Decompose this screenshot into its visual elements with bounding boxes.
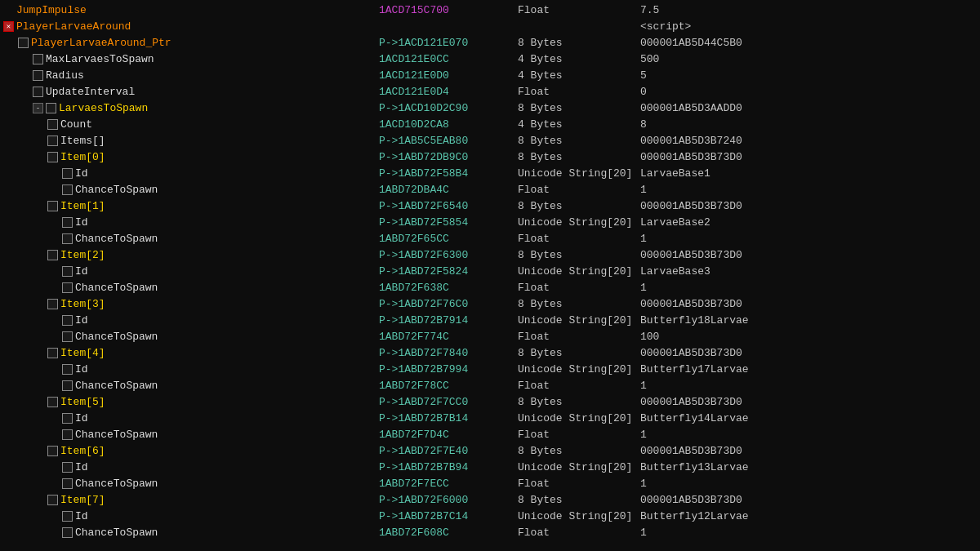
checkbox[interactable] [47,348,58,358]
entry-address: P->1ABD72F6000 [379,494,518,506]
entry-type: Float [518,184,640,196]
entry-address: P->1AB5C5EAB80 [379,135,518,147]
entry-type: Float [518,380,640,392]
entry-type: Float [518,4,640,16]
expand-button[interactable]: - [33,103,43,113]
entry-address: P->1ABD72F7CC0 [379,396,518,408]
list-item: Item[2]P->1ABD72F63008 Bytes000001AB5D3B… [0,247,980,263]
checkbox[interactable] [62,364,73,375]
checkbox[interactable] [62,315,73,326]
checkbox[interactable] [62,380,73,391]
entry-type: 8 Bytes [518,249,640,261]
checkbox[interactable] [33,87,43,97]
entry-type: Unicode String[20] [518,314,640,327]
entry-address: 1ABD72F638C [379,282,518,294]
entry-address: P->1ACD121E070 [379,37,518,49]
entry-address: 1ACD715C700 [379,4,518,16]
checkbox[interactable] [47,250,58,260]
checkbox[interactable] [62,331,73,342]
entry-address: 1ABD72F774C [379,331,518,343]
list-item: ChanceToSpawn1ABD72DBA4CFloat1 [0,181,980,198]
entry-name: ChanceToSpawn [75,478,158,490]
entry-value: 000001AB5D3B73D0 [640,200,885,212]
entry-type: 4 Bytes [518,69,640,82]
checkbox[interactable] [62,413,73,424]
checkbox[interactable] [62,527,73,538]
entry-address: P->1ABD72F6540 [379,200,518,212]
checkbox[interactable] [47,397,58,407]
entry-name: ChanceToSpawn [75,527,158,539]
entry-value: 000001AB5D3B73D0 [640,249,885,261]
entry-type: 8 Bytes [518,102,640,114]
checkbox[interactable] [62,184,73,195]
entry-type: Float [518,233,640,245]
entry-type: 8 Bytes [518,200,640,212]
entry-name: Item[0] [60,151,105,163]
entry-type: Unicode String[20] [518,265,640,278]
checkbox[interactable] [62,233,73,244]
entry-name: ChanceToSpawn [75,429,158,441]
entry-name: PlayerLarvaeAround [16,20,131,33]
checkbox[interactable] [47,201,58,211]
entry-value: LarvaeBase2 [640,216,885,229]
entry-address: 1ACD10D2CA8 [379,118,518,131]
entry-value: 5 [640,69,885,82]
checkbox[interactable] [18,38,29,48]
checkbox[interactable] [62,282,73,293]
entry-value: LarvaeBase1 [640,167,885,180]
entry-value: 0 [640,86,885,98]
entry-name: Item[4] [60,347,105,359]
entry-value: 000001AB5D3B73D0 [640,396,885,408]
entry-value: LarvaeBase3 [640,265,885,278]
entry-address: P->1ABD72B7914 [379,314,518,327]
checkbox[interactable] [47,495,58,505]
checkbox[interactable] [46,103,56,113]
entry-value: <script> [640,20,885,33]
checkbox[interactable] [47,299,58,309]
list-item: IdP->1ABD72B7994Unicode String[20]Butter… [0,361,980,377]
entry-value: 000001AB5D44C5B0 [640,37,885,49]
checkbox[interactable] [33,54,43,64]
entry-value: 1 [640,184,885,196]
entry-value: 1 [640,282,885,294]
entry-address: P->1ACD10D2C90 [379,102,518,114]
checkbox[interactable] [62,511,73,522]
entry-value: Butterfly13Larvae [640,461,885,473]
entry-name: ChanceToSpawn [75,184,158,196]
entry-name: Id [75,216,88,229]
list-item: IdP->1ABD72B7B94Unicode String[20]Butter… [0,459,980,475]
entry-name: ChanceToSpawn [75,331,158,343]
entry-address: P->1ABD72B7994 [379,363,518,375]
entry-name: ChanceToSpawn [75,282,158,294]
entry-address: 1ACD121E0D0 [379,69,518,82]
checkbox[interactable] [62,168,73,179]
list-item: IdP->1ABD72F5854Unicode String[20]Larvae… [0,214,980,230]
checkbox[interactable] [47,119,58,130]
entry-address: 1ACD121E0D4 [379,86,518,98]
checkbox[interactable] [62,429,73,440]
checkbox[interactable] [62,462,73,473]
entry-type: Float [518,478,640,490]
entry-address: P->1ABD72F76C0 [379,298,518,310]
entry-address: P->1ABD72DB9C0 [379,151,518,163]
entry-address: P->1ABD72B7C14 [379,510,518,522]
entry-value: Butterfly17Larvae [640,363,885,375]
checkbox[interactable] [62,266,73,277]
checkbox[interactable] [3,21,14,32]
checkbox[interactable] [47,152,58,162]
checkbox[interactable] [47,446,58,456]
checkbox[interactable] [47,136,58,146]
entry-value: 000001AB5D3B73D0 [640,151,885,163]
entry-value: 000001AB5D3B73D0 [640,445,885,457]
entry-type: 8 Bytes [518,298,640,310]
tree-container: JumpImpulse1ACD715C700Float7.5PlayerLarv… [0,0,980,551]
list-item: IdP->1ABD72B7C14Unicode String[20]Butter… [0,508,980,524]
entry-value: 100 [640,331,885,343]
checkbox[interactable] [62,217,73,228]
checkbox[interactable] [33,70,43,81]
entry-name: UpdateInterval [46,86,135,98]
checkbox[interactable] [62,478,73,489]
entry-name: Item[1] [60,200,105,212]
list-item: Item[4]P->1ABD72F78408 Bytes000001AB5D3B… [0,344,980,361]
list-item: UpdateInterval1ACD121E0D4Float0 [0,83,980,100]
